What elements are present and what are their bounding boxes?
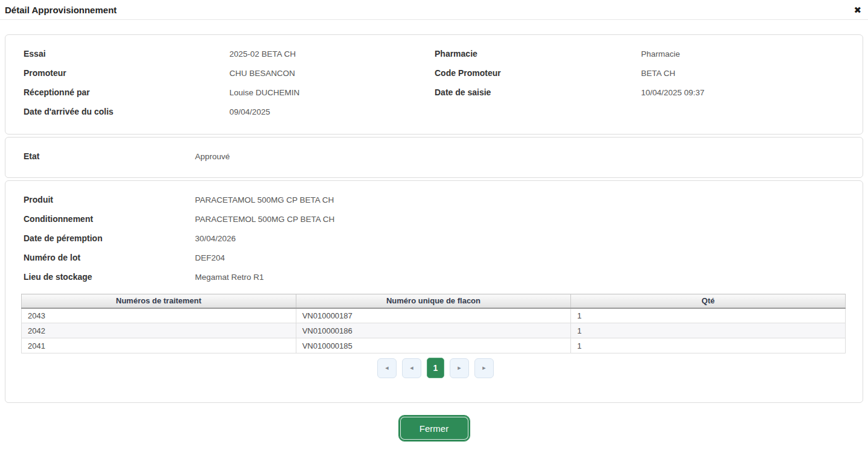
pagination-last-button[interactable]: ► [474, 358, 494, 378]
pagination-prev-button[interactable]: ◄ [402, 358, 421, 378]
receptionne-par-label: Réceptionné par [24, 87, 229, 98]
code-promoteur-value: BETA CH [641, 68, 847, 79]
first-page-icon: ◄ [385, 365, 390, 371]
product-row: Conditionnement PARACETEMOL 500MG CP BET… [24, 214, 847, 233]
next-page-icon: ► [457, 365, 462, 371]
status-row: Etat Approuvé [24, 151, 847, 163]
product-row: Numéro de lot DEF204 [24, 252, 847, 271]
close-icon[interactable]: ✖ [852, 5, 863, 14]
flacons-table: Numéros de traitement Numéro unique de f… [21, 294, 846, 353]
date-arrivee-value: 09/04/2025 [229, 106, 435, 118]
fermer-button[interactable]: Fermer [398, 415, 470, 442]
table-header-row: Numéros de traitement Numéro unique de f… [22, 294, 846, 308]
col-header-qte: Qté [571, 294, 846, 308]
pagination-first-button[interactable]: ◄ [377, 358, 397, 378]
conditionnement-value: PARACETEMOL 500MG CP BETA CH [195, 214, 847, 225]
numero-lot-label: Numéro de lot [24, 252, 195, 263]
product-row: Lieu de stockage Megamat Retro R1 [24, 271, 847, 291]
conditionnement-label: Conditionnement [24, 214, 195, 224]
etat-label: Etat [24, 151, 195, 162]
date-peremption-value: 30/04/2026 [195, 233, 847, 244]
prev-page-icon: ◄ [409, 365, 415, 371]
cell-flacon: VN010000187 [296, 308, 571, 323]
cell-qty: 1 [571, 308, 846, 323]
code-promoteur-label: Code Promoteur [435, 68, 641, 78]
last-page-icon: ► [482, 365, 487, 371]
pagination-page-1-button[interactable]: 1 [427, 358, 444, 378]
titlebar: Détail Approvisionnement ✖ [0, 0, 868, 20]
info-row: Date d'arrivée du colis 09/04/2025 [24, 106, 847, 125]
date-arrivee-label: Date d'arrivée du colis [24, 106, 229, 117]
info-row: Essai 2025-02 BETA CH Pharmacie Pharmaci… [24, 48, 847, 68]
promoteur-value: CHU BESANCON [229, 68, 435, 79]
pharmacie-value: Pharmacie [641, 48, 847, 60]
cell-treatment: 2043 [22, 308, 296, 323]
cell-qty: 1 [571, 338, 846, 353]
page-title: Détail Approvisionnement [5, 5, 116, 15]
status-panel: Etat Approuvé [5, 137, 863, 178]
receptionne-par-value: Louise DUCHEMIN [229, 87, 435, 98]
cell-treatment: 2041 [22, 338, 296, 353]
pagination: ◄ ◄ 1 ► ► [24, 358, 847, 378]
lieu-stockage-value: Megamat Retro R1 [195, 271, 847, 283]
col-header-numero-flacon: Numéro unique de flacon [296, 294, 571, 308]
cell-flacon: VN010000185 [296, 338, 571, 353]
date-saisie-value: 10/04/2025 09:37 [641, 87, 847, 98]
numero-lot-value: DEF204 [195, 252, 847, 264]
footer: Fermer [0, 415, 868, 442]
etat-value: Approuvé [195, 151, 847, 162]
cell-treatment: 2042 [22, 323, 296, 338]
date-peremption-label: Date de péremption [24, 233, 195, 244]
info-row: Promoteur CHU BESANCON Code Promoteur BE… [24, 68, 847, 87]
product-row: Produit PARACETAMOL 500MG CP BETA CH [24, 194, 847, 214]
col-header-numeros-traitement: Numéros de traitement [22, 294, 296, 308]
flacons-table-wrap: Numéros de traitement Numéro unique de f… [21, 294, 846, 353]
product-row: Date de péremption 30/04/2026 [24, 233, 847, 252]
table-row: 2041 VN010000185 1 [22, 338, 846, 353]
cell-qty: 1 [571, 323, 846, 338]
table-row: 2042 VN010000186 1 [22, 323, 846, 338]
pagination-next-button[interactable]: ► [450, 358, 469, 378]
essai-value: 2025-02 BETA CH [229, 48, 435, 60]
produit-value: PARACETAMOL 500MG CP BETA CH [195, 194, 847, 206]
info-panel: Essai 2025-02 BETA CH Pharmacie Pharmaci… [5, 34, 863, 135]
table-row: 2043 VN010000187 1 [22, 308, 846, 323]
promoteur-label: Promoteur [24, 68, 229, 78]
pharmacie-label: Pharmacie [435, 48, 641, 59]
cell-flacon: VN010000186 [296, 323, 571, 338]
info-row: Réceptionné par Louise DUCHEMIN Date de … [24, 87, 847, 106]
essai-label: Essai [24, 48, 229, 59]
product-panel: Produit PARACETAMOL 500MG CP BETA CH Con… [5, 180, 863, 403]
date-saisie-label: Date de saisie [435, 87, 641, 98]
lieu-stockage-label: Lieu de stockage [24, 271, 195, 282]
produit-label: Produit [24, 194, 195, 205]
